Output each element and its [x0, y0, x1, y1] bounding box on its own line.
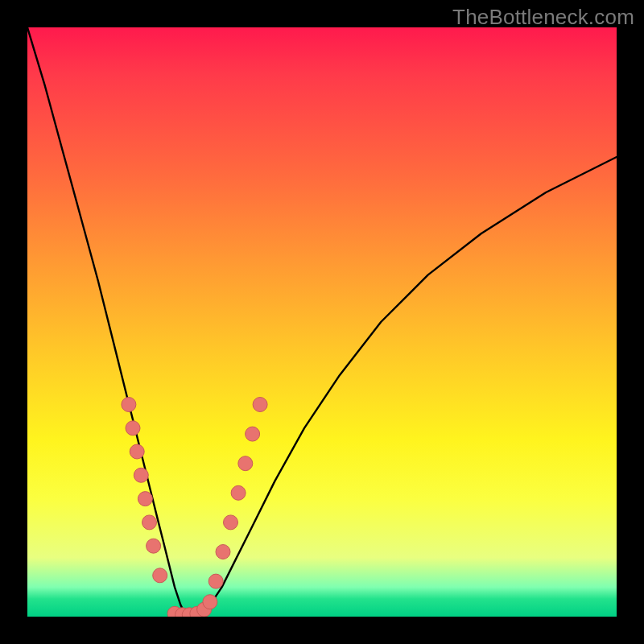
highlight-dots-group	[122, 398, 267, 617]
highlight-dot	[147, 539, 161, 553]
plot-area	[27, 27, 617, 617]
highlight-dot	[238, 456, 253, 471]
bottleneck-curve	[27, 27, 617, 617]
highlight-dot	[138, 492, 152, 506]
chart-frame: TheBottleneck.com	[0, 0, 644, 644]
highlight-dot	[231, 485, 246, 500]
highlight-dot	[208, 574, 223, 588]
highlight-dot	[253, 398, 267, 412]
highlight-dot	[122, 398, 136, 412]
watermark-text: TheBottleneck.com	[452, 5, 634, 30]
highlight-dot	[134, 468, 148, 482]
highlight-dot	[203, 595, 217, 609]
highlight-dot	[142, 515, 157, 530]
highlight-dot	[153, 568, 167, 583]
bottleneck-curve-svg	[27, 27, 617, 617]
highlight-dot	[126, 421, 140, 436]
highlight-dot	[246, 427, 260, 441]
highlight-dot	[224, 515, 238, 530]
highlight-dot	[216, 545, 230, 559]
highlight-dot	[130, 444, 144, 459]
